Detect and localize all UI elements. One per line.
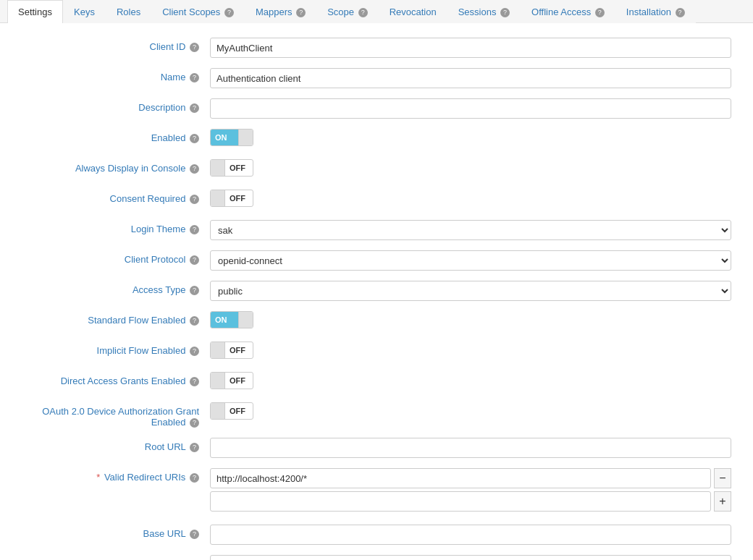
consent-required-row: Consent Required ? OFF xyxy=(22,190,731,210)
consent-required-wrap: OFF xyxy=(210,190,731,207)
oauth-device-thumb xyxy=(211,403,225,419)
always-display-help-icon[interactable]: ? xyxy=(190,164,199,174)
client-scopes-help-icon[interactable]: ? xyxy=(224,8,234,17)
mappers-help-icon[interactable]: ? xyxy=(296,8,306,17)
standard-flow-wrap: ON xyxy=(210,311,731,328)
direct-access-label: Direct Access Grants Enabled ? xyxy=(22,372,210,386)
login-theme-wrap: sak xyxy=(210,220,731,240)
direct-access-row: Direct Access Grants Enabled ? OFF xyxy=(22,372,731,392)
enabled-toggle-thumb xyxy=(238,130,253,145)
access-type-select[interactable]: public xyxy=(210,281,731,301)
enabled-row: Enabled ? ON xyxy=(22,129,731,149)
oauth-device-label: OAuth 2.0 Device Authorization Grant Ena… xyxy=(22,402,210,428)
client-protocol-wrap: openid-connect xyxy=(210,250,731,271)
base-url-wrap xyxy=(210,525,731,545)
redirect-input-row-2: + xyxy=(210,491,731,512)
client-protocol-select[interactable]: openid-connect xyxy=(210,250,731,271)
standard-flow-label: Standard Flow Enabled ? xyxy=(22,311,210,326)
standard-flow-help-icon[interactable]: ? xyxy=(190,316,199,326)
standard-flow-on-label: ON xyxy=(211,312,238,328)
base-url-input[interactable] xyxy=(210,525,731,545)
tab-sessions[interactable]: Sessions ? xyxy=(447,0,521,23)
remove-redirect-button[interactable]: − xyxy=(714,468,731,488)
login-theme-label: Login Theme ? xyxy=(22,220,210,234)
client-id-help-icon[interactable]: ? xyxy=(190,43,199,52)
client-id-row: Client ID ? xyxy=(22,38,731,58)
root-url-help-icon[interactable]: ? xyxy=(190,443,199,452)
name-help-icon[interactable]: ? xyxy=(190,73,199,82)
admin-url-input[interactable] xyxy=(210,555,731,560)
description-input[interactable] xyxy=(210,98,731,119)
tab-revocation[interactable]: Revocation xyxy=(379,0,447,23)
tab-keys[interactable]: Keys xyxy=(63,0,106,23)
always-display-row: Always Display in Console ? OFF xyxy=(22,159,731,179)
tab-roles[interactable]: Roles xyxy=(106,0,151,23)
name-input[interactable] xyxy=(210,68,731,88)
base-url-help-icon[interactable]: ? xyxy=(190,530,199,539)
always-display-label: Always Display in Console ? xyxy=(22,159,210,174)
implicit-flow-toggle[interactable]: OFF xyxy=(210,341,253,359)
tab-mappers[interactable]: Mappers ? xyxy=(245,0,316,23)
direct-access-help-icon[interactable]: ? xyxy=(190,377,199,386)
tab-settings[interactable]: Settings xyxy=(7,0,63,23)
required-star: * xyxy=(96,472,100,483)
direct-access-wrap: OFF xyxy=(210,372,731,389)
valid-redirect-input-1[interactable] xyxy=(210,468,711,488)
enabled-label: Enabled ? xyxy=(22,129,210,143)
direct-access-off-label: OFF xyxy=(225,373,250,389)
scope-help-icon[interactable]: ? xyxy=(358,8,368,17)
login-theme-help-icon[interactable]: ? xyxy=(190,225,199,234)
admin-url-label: Admin URL ? xyxy=(22,555,210,560)
description-wrap xyxy=(210,98,731,119)
access-type-help-icon[interactable]: ? xyxy=(190,286,199,295)
description-help-icon[interactable]: ? xyxy=(190,103,199,113)
valid-redirect-label: * Valid Redirect URIs ? xyxy=(22,468,210,483)
oauth-device-help-icon[interactable]: ? xyxy=(190,418,199,428)
admin-url-row: Admin URL ? xyxy=(22,555,731,560)
valid-redirect-help-icon[interactable]: ? xyxy=(190,473,199,483)
always-display-toggle[interactable]: OFF xyxy=(210,159,253,177)
add-redirect-button[interactable]: + xyxy=(714,491,731,512)
valid-redirect-input-2[interactable] xyxy=(210,491,711,512)
consent-required-help-icon[interactable]: ? xyxy=(190,195,199,204)
root-url-row: Root URL ? xyxy=(22,438,731,458)
tab-scope[interactable]: Scope ? xyxy=(316,0,378,23)
implicit-flow-off-label: OFF xyxy=(225,342,250,358)
admin-url-wrap xyxy=(210,555,731,560)
enabled-on-label: ON xyxy=(211,130,238,145)
redirect-input-row-1: − xyxy=(210,468,731,488)
offline-access-help-icon[interactable]: ? xyxy=(595,8,605,17)
sessions-help-icon[interactable]: ? xyxy=(500,8,510,17)
tab-installation[interactable]: Installation ? xyxy=(615,0,696,23)
implicit-flow-help-icon[interactable]: ? xyxy=(190,347,199,356)
name-label: Name ? xyxy=(22,68,210,82)
tab-offline-access[interactable]: Offline Access ? xyxy=(521,0,615,23)
oauth-device-wrap: OFF xyxy=(210,402,731,420)
standard-flow-thumb xyxy=(238,312,253,328)
access-type-row: Access Type ? public xyxy=(22,281,731,301)
enabled-toggle[interactable]: ON xyxy=(210,129,253,146)
base-url-row: Base URL ? xyxy=(22,525,731,545)
implicit-flow-wrap: OFF xyxy=(210,341,731,359)
description-row: Description ? xyxy=(22,98,731,119)
access-type-label: Access Type ? xyxy=(22,281,210,295)
consent-required-toggle[interactable]: OFF xyxy=(210,190,253,207)
client-id-input[interactable] xyxy=(210,38,731,58)
enabled-help-icon[interactable]: ? xyxy=(190,134,199,143)
root-url-label: Root URL ? xyxy=(22,438,210,452)
oauth-device-toggle[interactable]: OFF xyxy=(210,402,253,420)
client-id-wrap xyxy=(210,38,731,58)
name-wrap xyxy=(210,68,731,88)
access-type-wrap: public xyxy=(210,281,731,301)
standard-flow-toggle[interactable]: ON xyxy=(210,311,253,328)
installation-help-icon[interactable]: ? xyxy=(676,8,685,17)
client-protocol-row: Client Protocol ? openid-connect xyxy=(22,250,731,271)
always-display-wrap: OFF xyxy=(210,159,731,177)
client-protocol-help-icon[interactable]: ? xyxy=(190,255,199,265)
tab-client-scopes[interactable]: Client Scopes ? xyxy=(151,0,245,23)
implicit-flow-label: Implicit Flow Enabled ? xyxy=(22,341,210,356)
root-url-input[interactable] xyxy=(210,438,731,458)
login-theme-select[interactable]: sak xyxy=(210,220,731,240)
direct-access-toggle[interactable]: OFF xyxy=(210,372,253,389)
oauth-device-row: OAuth 2.0 Device Authorization Grant Ena… xyxy=(22,402,731,428)
